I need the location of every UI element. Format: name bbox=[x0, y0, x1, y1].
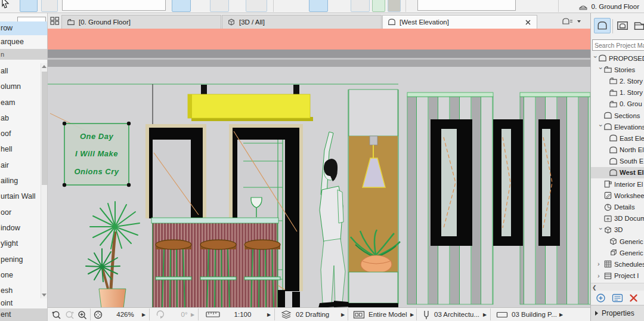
properties-section-header[interactable]: Properties bbox=[591, 305, 644, 321]
elevation-drawing[interactable]: One Day I Will Make Onions Cry bbox=[48, 29, 590, 307]
tree-item[interactable]: › 1. Story bbox=[591, 87, 644, 98]
toolbar-button[interactable] bbox=[20, 0, 38, 12]
toolbox-item[interactable]: oint bbox=[0, 298, 48, 308]
window-3[interactable] bbox=[538, 119, 560, 246]
pen-set-value[interactable]: 03 Architectu... bbox=[434, 308, 483, 321]
tab-list-dropdown[interactable] bbox=[562, 16, 588, 27]
tree-item[interactable]: › South E bbox=[591, 156, 644, 167]
tree-item[interactable]: › Interior El bbox=[591, 178, 644, 190]
tree-item[interactable]: › Elevations bbox=[591, 121, 644, 132]
pen-set-menu-arrow[interactable]: ▶ bbox=[483, 308, 487, 321]
layer-value[interactable]: 02 Drafting bbox=[296, 308, 338, 321]
tree-item[interactable]: › West El bbox=[591, 167, 644, 178]
tree-item[interactable]: › Sections bbox=[591, 110, 644, 121]
window-2[interactable] bbox=[493, 119, 523, 246]
zoom-menu-arrow[interactable]: ▶ bbox=[142, 308, 145, 321]
model-filter-menu-arrow[interactable]: ▶ bbox=[410, 308, 414, 321]
toolbar-button[interactable] bbox=[372, 0, 385, 12]
scroll-left-icon[interactable]: ❮ bbox=[592, 285, 597, 291]
dimension-style-value[interactable]: 03 Building P... bbox=[512, 308, 559, 321]
chevron-down-icon[interactable] bbox=[42, 294, 47, 297]
fascia-band-mid[interactable] bbox=[48, 60, 590, 67]
optimal-zoom-button[interactable] bbox=[93, 308, 104, 321]
toolbar-dropdown[interactable] bbox=[62, 0, 166, 11]
tab-overview-icon[interactable] bbox=[50, 17, 60, 25]
tree-item[interactable]: › East Ele bbox=[591, 132, 644, 144]
tree-item-icon bbox=[609, 146, 618, 155]
tree-item[interactable]: › Schedules bbox=[591, 258, 644, 270]
toolbar-button[interactable] bbox=[246, 0, 267, 12]
fascia-band-dark[interactable] bbox=[48, 50, 590, 58]
tree-item[interactable]: › 3D bbox=[591, 224, 644, 236]
add-viewpoint-button[interactable] bbox=[596, 293, 606, 303]
zoom-level-value[interactable]: 426% bbox=[111, 308, 140, 321]
tab-ground-floor[interactable]: [0. Ground Floor] bbox=[61, 15, 221, 29]
tree-expander-icon[interactable]: › bbox=[597, 273, 603, 279]
settings-list-button[interactable] bbox=[612, 294, 623, 303]
tree-item[interactable]: › Workshee bbox=[591, 190, 644, 201]
tree-item[interactable]: › North El bbox=[591, 144, 644, 156]
navigator-h-scrollbar[interactable]: ❮ bbox=[591, 283, 644, 291]
delete-button[interactable] bbox=[629, 294, 638, 303]
zoom-undo-button[interactable] bbox=[51, 308, 62, 321]
tree-expander-icon[interactable]: › bbox=[592, 56, 599, 62]
scale-value[interactable]: 1:100 bbox=[228, 308, 258, 321]
tree-item[interactable]: › PROPOSED bbox=[591, 53, 644, 64]
toolbox-scrollbar[interactable] bbox=[41, 63, 47, 298]
toolbar-button[interactable] bbox=[309, 0, 328, 12]
tree-item[interactable]: › Generic bbox=[591, 236, 644, 247]
toolbar-dropdown[interactable] bbox=[417, 0, 516, 11]
roof-band[interactable] bbox=[48, 29, 590, 50]
tree-expander-icon[interactable]: › bbox=[597, 125, 604, 131]
layout-book-button[interactable] bbox=[633, 20, 644, 32]
pen-set-icon[interactable] bbox=[422, 308, 431, 321]
rotate-view-button[interactable] bbox=[155, 308, 166, 321]
tree-expander-icon[interactable]: › bbox=[597, 67, 604, 73]
toolbar-button[interactable] bbox=[172, 0, 191, 12]
zoom-in-button[interactable] bbox=[77, 308, 88, 321]
tree-item[interactable]: › Details bbox=[591, 201, 644, 212]
scale-menu-arrow[interactable]: ▶ bbox=[267, 308, 271, 321]
search-input[interactable] bbox=[592, 39, 644, 51]
scale-ruler-icon[interactable] bbox=[206, 308, 220, 321]
tree-expander-icon[interactable]: › bbox=[597, 261, 603, 267]
layers-icon[interactable] bbox=[280, 308, 292, 321]
scrollbar-thumb[interactable] bbox=[42, 72, 47, 185]
tab-west-elevation[interactable]: [West Elevation] bbox=[382, 15, 537, 29]
text-sign[interactable]: One Day I Will Make Onions Cry bbox=[63, 122, 131, 187]
tree-item[interactable]: › Project I bbox=[591, 270, 644, 282]
window-1[interactable] bbox=[431, 119, 472, 246]
tree-item-icon bbox=[603, 122, 612, 131]
view-map-button[interactable] bbox=[616, 20, 629, 32]
glass-door-left[interactable] bbox=[145, 124, 206, 218]
toolbox-item[interactable]: arquee bbox=[0, 35, 48, 49]
model-filter-icon[interactable] bbox=[353, 308, 365, 321]
tree-item[interactable]: › 2. Story bbox=[591, 75, 644, 87]
toolbox-item[interactable]: n bbox=[0, 49, 48, 60]
model-filter-value[interactable]: Entire Model bbox=[369, 308, 411, 321]
tree-item-icon bbox=[603, 203, 612, 212]
zoom-redo-button[interactable] bbox=[64, 308, 75, 321]
display-niche[interactable] bbox=[348, 89, 400, 307]
tree-item-icon bbox=[603, 180, 612, 189]
dimension-style-menu-arrow[interactable]: ▶ bbox=[559, 308, 563, 321]
toolbox-item[interactable]: ent bbox=[0, 308, 48, 321]
dimension-style-icon[interactable] bbox=[496, 308, 508, 321]
tree-item[interactable]: › Stories bbox=[591, 64, 644, 75]
toolbar-button[interactable] bbox=[351, 0, 370, 12]
tree-item[interactable]: › 0. Grou bbox=[591, 98, 644, 110]
current-story-indicator[interactable]: 0. Ground Floor bbox=[578, 0, 639, 13]
project-map-button[interactable] bbox=[594, 18, 611, 33]
tree-item[interactable]: › Generic bbox=[591, 247, 644, 258]
toolbar-button[interactable] bbox=[41, 0, 58, 12]
toolbox-item[interactable]: row bbox=[0, 21, 48, 35]
toolbar-button[interactable] bbox=[210, 0, 229, 12]
tree-item[interactable]: › 3D Docum bbox=[591, 213, 644, 224]
close-tab-icon[interactable] bbox=[524, 18, 532, 26]
arrow-tool-icon[interactable] bbox=[1, 0, 11, 8]
toolbar-button[interactable] bbox=[388, 0, 401, 12]
tree-expander-icon[interactable]: › bbox=[597, 227, 604, 233]
tab-3d-all[interactable]: [3D / All] bbox=[222, 15, 382, 29]
chevron-up-icon[interactable] bbox=[42, 65, 47, 68]
layer-menu-arrow[interactable]: ▶ bbox=[341, 308, 345, 321]
